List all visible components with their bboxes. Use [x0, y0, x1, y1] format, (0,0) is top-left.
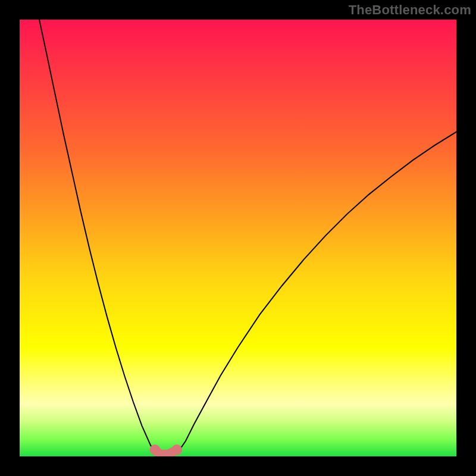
trough-highlight-dot: [171, 444, 182, 455]
watermark-text: TheBottleneck.com: [349, 2, 471, 18]
chart-plot-area: [20, 20, 456, 456]
chart-svg: [20, 20, 456, 456]
trough-highlight-dot: [150, 444, 161, 455]
right-curve: [177, 132, 456, 454]
left-curve: [39, 20, 157, 454]
